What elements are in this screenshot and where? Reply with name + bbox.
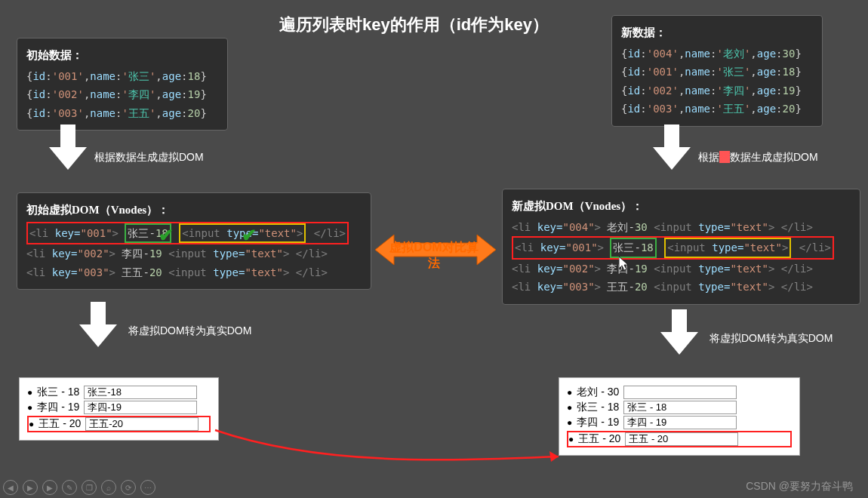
dom-input[interactable] (84, 401, 197, 414)
data-row: {id:'004',name:'老刘',age:30} (621, 45, 813, 63)
middle-label: 虚拟DOM对比算法 (385, 240, 483, 272)
label-part: 数据生成虚拟DOM (730, 151, 818, 163)
right-vnode-title: 新虚拟DOM（Vnodes）： (512, 197, 851, 215)
page-title: 遍历列表时key的作用（id作为key） (279, 14, 549, 36)
left-vnode-title: 初始虚拟DOM（Vnodes）： (26, 201, 362, 219)
dom-row: ●张三 - 18 (567, 401, 792, 414)
left-data-title: 初始数据： (26, 46, 218, 64)
arrow-down-icon (45, 124, 91, 177)
right-arrow2-label: 将虚拟DOM转为真实DOM (709, 332, 833, 346)
left-arrow2-label: 将虚拟DOM转为真实DOM (128, 324, 251, 338)
data-row: {id:'002',name:'李四',age:19} (26, 85, 218, 103)
dom-label: 王五 - 20 (38, 417, 81, 431)
dom-row: ●张三 - 18 (27, 386, 211, 399)
check-icon: ✔ (159, 225, 174, 246)
dom-label: 李四 - 19 (37, 401, 79, 414)
vnode-row: <li key="002"> 李四-19 <input type="text">… (26, 244, 362, 263)
dom-row: ●王五 - 20 (567, 431, 792, 447)
dom-label: 李四 - 19 (577, 416, 619, 429)
left-vnode-box: 初始虚拟DOM（Vnodes）： <li key="001"> 张三-18 <i… (17, 192, 371, 290)
dom-row: ●老刘 - 30 (567, 386, 792, 399)
cursor-icon (619, 257, 631, 272)
data-row: {id:'002',name:'李四',age:19} (621, 81, 813, 100)
right-arrow1-label: 根据新数据生成虚拟DOM (698, 151, 818, 164)
dom-input[interactable] (623, 386, 737, 399)
dom-row: ●王五 - 20 (27, 416, 211, 432)
left-data-box: 初始数据： {id:'001',name:'张三',age:18} {id:'0… (17, 38, 228, 131)
data-row: {id:'003',name:'王五',age:20} (621, 100, 813, 118)
arrow-down-icon (657, 309, 702, 362)
label-part-hl: 新 (719, 151, 730, 163)
left-arrow1-label: 根据数据生成虚拟DOM (94, 151, 204, 164)
dom-input[interactable] (623, 401, 737, 414)
prev-button[interactable]: ◀ (3, 480, 18, 495)
vnode-row: <li key="001"> 张三-18 <input type="text">… (512, 236, 834, 259)
data-row: {id:'001',name:'张三',age:18} (621, 63, 813, 81)
dom-label: 王五 - 20 (578, 432, 620, 446)
next-button[interactable]: ▶ (42, 480, 57, 495)
right-data-box: 新数据： {id:'004',name:'老刘',age:30} {id:'00… (611, 15, 823, 127)
arrow-down-icon (649, 124, 694, 177)
copy-button[interactable]: ❐ (82, 480, 97, 495)
dom-row: ●李四 - 19 (27, 401, 211, 414)
vnode-row: <li key="003"> 王五-20 <input type="text">… (512, 278, 851, 296)
zoom-button[interactable]: ⌕ (101, 480, 116, 495)
arrow-down-icon (75, 302, 121, 355)
vnode-row: <li key="003"> 王五-20 <input type="text">… (26, 263, 362, 281)
data-row: {id:'003',name:'王五',age:20} (26, 104, 218, 122)
dom-row: ●李四 - 19 (567, 416, 792, 429)
dom-label: 张三 - 18 (37, 386, 79, 399)
left-dom-box: ●张三 - 18 ●李四 - 19 ●王五 - 20 (19, 377, 219, 441)
play-button[interactable]: ▶ (23, 480, 38, 495)
right-data-title: 新数据： (621, 23, 813, 42)
pen-button[interactable]: ✎ (62, 480, 77, 495)
toolbar: ◀ ▶ ▶ ✎ ❐ ⌕ ⟳ ⋯ (3, 480, 155, 495)
link-arrow-icon (211, 423, 574, 468)
dom-input[interactable] (84, 386, 197, 399)
dom-input[interactable] (85, 417, 199, 431)
dom-input[interactable] (625, 432, 738, 446)
dom-label: 张三 - 18 (577, 401, 619, 414)
data-row: {id:'001',name:'张三',age:18} (26, 67, 218, 85)
right-vnode-box: 新虚拟DOM（Vnodes）： <li key="004"> 老刘-30 <in… (502, 189, 860, 305)
watermark: CSDN @要努力奋斗鸭 (746, 480, 853, 493)
check-icon: ✔ (242, 225, 257, 246)
dom-label: 老刘 - 30 (577, 386, 619, 399)
more-button[interactable]: ⋯ (140, 480, 155, 495)
dom-input[interactable] (623, 416, 737, 429)
vnode-row: <li key="001"> 张三-18 <input type="text">… (26, 222, 349, 244)
vnode-row: <li key="002"> 李四-19 <input type="text">… (512, 260, 851, 278)
label-part: 根据 (698, 151, 719, 163)
vnode-row: <li key="004"> 老刘-30 <input type="text">… (512, 218, 851, 236)
refresh-button[interactable]: ⟳ (121, 480, 136, 495)
right-dom-box: ●老刘 - 30 ●张三 - 18 ●李四 - 19 ●王五 - 20 (559, 377, 800, 456)
